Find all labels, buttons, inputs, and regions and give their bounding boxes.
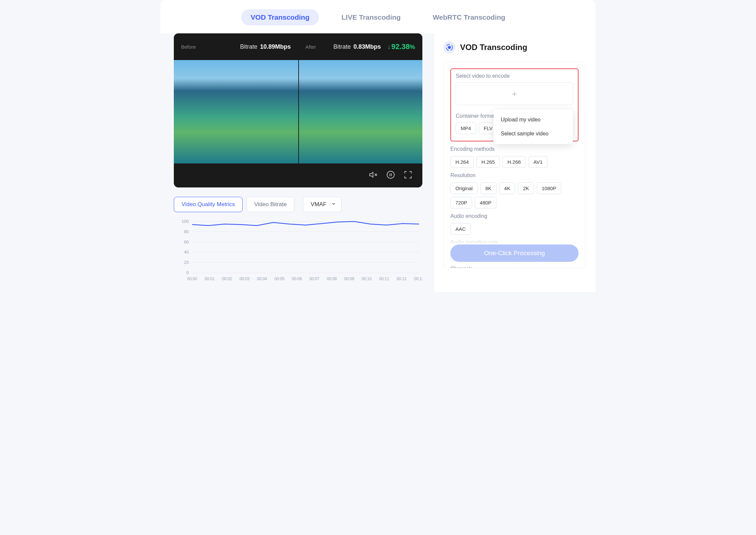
video-content (174, 60, 422, 163)
svg-text:00:08: 00:08 (327, 277, 337, 281)
after-bitrate-value: 0.83Mbps (353, 43, 381, 50)
chevron-down-icon (331, 201, 336, 208)
svg-text:20: 20 (184, 260, 189, 265)
settings-panel: Select video to encode + Upload my video… (443, 61, 586, 268)
svg-text:00:12: 00:12 (397, 277, 407, 281)
upload-popup: Upload my video Select sample video (493, 109, 573, 144)
bitrate-label-after: Bitrate (333, 43, 351, 50)
svg-text:00:09: 00:09 (344, 277, 354, 281)
channels-section: Channels MonoStereo (450, 266, 579, 268)
svg-text:00:10: 00:10 (362, 277, 372, 281)
after-label: After (306, 44, 316, 50)
container-opt-mp4[interactable]: MP4 (456, 122, 476, 134)
fullscreen-icon[interactable] (404, 170, 412, 180)
resolution-opt-original[interactable]: Original (450, 182, 478, 194)
transcoding-icon (443, 41, 455, 53)
reduction-badge: ↓ 92.38 % (387, 42, 415, 51)
top-tabs: VOD Transcoding LIVE Transcoding WebRTC … (160, 0, 596, 33)
encoding-opt-h265[interactable]: H.265 (476, 156, 500, 168)
audio-enc-opt-aac[interactable]: AAC (450, 223, 471, 235)
before-video (174, 60, 298, 163)
svg-text:80: 80 (184, 229, 189, 234)
right-title: VOD Transcoding (460, 43, 527, 52)
video-dropzone[interactable]: + Upload my video Select sample video (456, 82, 573, 105)
down-arrow-icon: ↓ (387, 43, 391, 51)
vmaf-chart: 02040608010000:0000:0100:0200:0300:0400:… (174, 219, 422, 282)
resolution-opt-720p[interactable]: 720P (450, 197, 472, 208)
audio-enc-options: AAC (450, 223, 579, 235)
metric-tab-bitrate[interactable]: Video Bitrate (247, 197, 294, 212)
metrics-tabs: Video Quality Metrics Video Bitrate VMAF (174, 197, 434, 212)
resolution-section: Resolution Original8K4K2K1080P720P480P (450, 172, 579, 208)
encoding-label: Encoding methods (450, 146, 579, 152)
popup-sample-video[interactable]: Select sample video (493, 127, 573, 141)
left-panel: Before Bitrate 10.89Mbps After Bitrate 0… (160, 33, 434, 292)
metric-tab-quality[interactable]: Video Quality Metrics (174, 197, 243, 212)
pause-icon[interactable] (386, 170, 395, 180)
svg-text:00:02: 00:02 (222, 277, 232, 281)
svg-point-28 (448, 46, 451, 49)
process-button[interactable]: One-Click Processing (450, 244, 579, 262)
channels-label: Channels (450, 266, 579, 268)
encoding-options: H.264H.265H.266AV1 (450, 156, 579, 168)
svg-text:00:01: 00:01 (205, 277, 215, 281)
after-header: After Bitrate 0.83Mbps ↓ 92.38 % (298, 33, 423, 60)
svg-text:00:00: 00:00 (187, 277, 197, 281)
video-header: Before Bitrate 10.89Mbps After Bitrate 0… (174, 33, 422, 60)
svg-text:100: 100 (181, 219, 189, 224)
svg-text:00:07: 00:07 (309, 277, 319, 281)
resolution-opt-2k[interactable]: 2K (518, 182, 534, 194)
resolution-options: Original8K4K2K1080P720P480P (450, 182, 579, 208)
svg-text:00:11: 00:11 (379, 277, 389, 281)
encoding-opt-h264[interactable]: H.264 (450, 156, 474, 168)
after-bitrate: Bitrate 0.83Mbps (333, 43, 381, 50)
svg-text:60: 60 (184, 239, 189, 244)
reduction-pct: % (410, 44, 415, 51)
svg-text:00:04: 00:04 (257, 277, 267, 281)
svg-text:00:06: 00:06 (292, 277, 302, 281)
encoding-section: Encoding methods H.264H.265H.266AV1 (450, 146, 579, 168)
resolution-label: Resolution (450, 172, 579, 178)
reduction-value: 92.38 (391, 42, 410, 51)
audio-enc-section: Audio encoding AAC (450, 213, 579, 235)
right-header: VOD Transcoding (443, 41, 586, 53)
resolution-opt-8k[interactable]: 8K (480, 182, 496, 194)
svg-text:0: 0 (186, 270, 189, 275)
after-video (298, 60, 423, 163)
before-bitrate-value: 10.89Mbps (260, 43, 291, 50)
svg-text:00:05: 00:05 (275, 277, 285, 281)
video-comparison: Before Bitrate 10.89Mbps After Bitrate 0… (174, 33, 422, 187)
resolution-opt-4k[interactable]: 4K (499, 182, 515, 194)
bitrate-label-before: Bitrate (240, 43, 257, 50)
tab-vod[interactable]: VOD Transcoding (241, 9, 319, 25)
resolution-opt-480p[interactable]: 480P (475, 197, 496, 208)
right-panel: VOD Transcoding Select video to encode +… (434, 33, 596, 292)
popup-upload-video[interactable]: Upload my video (493, 113, 573, 127)
encoding-opt-av1[interactable]: AV1 (528, 156, 547, 168)
chart-svg: 02040608010000:0000:0100:0200:0300:0400:… (174, 219, 422, 282)
app-container: VOD Transcoding LIVE Transcoding WebRTC … (160, 0, 596, 292)
resolution-opt-1080p[interactable]: 1080P (537, 182, 561, 194)
svg-text:40: 40 (184, 249, 189, 254)
video-divider[interactable] (298, 60, 299, 163)
metric-select-value: VMAF (311, 201, 326, 207)
mute-icon[interactable] (369, 170, 378, 180)
svg-text:00:13: 00:13 (414, 277, 422, 281)
audio-enc-label: Audio encoding (450, 213, 579, 219)
tab-webrtc[interactable]: WebRTC Transcoding (423, 9, 515, 25)
before-header: Before Bitrate 10.89Mbps (174, 33, 298, 60)
before-bitrate: Bitrate 10.89Mbps (240, 43, 291, 50)
svg-point-0 (387, 171, 394, 178)
select-video-section: Select video to encode + Upload my video… (450, 68, 579, 141)
plus-icon: + (512, 89, 517, 99)
encoding-opt-h266[interactable]: H.266 (502, 156, 526, 168)
tab-live[interactable]: LIVE Transcoding (332, 9, 410, 25)
main-layout: Before Bitrate 10.89Mbps After Bitrate 0… (160, 33, 596, 292)
metric-select[interactable]: VMAF (303, 197, 341, 212)
before-label: Before (181, 44, 196, 50)
video-controls (174, 163, 422, 187)
svg-text:00:03: 00:03 (240, 277, 250, 281)
select-video-label: Select video to encode (456, 73, 573, 79)
